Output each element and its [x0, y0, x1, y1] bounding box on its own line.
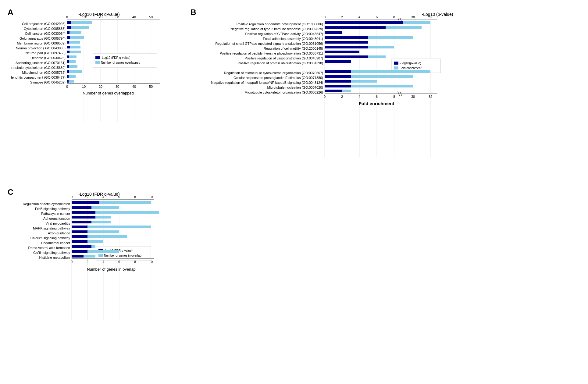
svg-rect-188 [72, 250, 87, 253]
svg-text:8: 8 [134, 260, 136, 264]
svg-text:50: 50 [149, 85, 153, 88]
svg-text:4: 4 [358, 15, 360, 19]
svg-text:0: 0 [71, 260, 73, 264]
svg-text:Cell projection (GO:0042995): Cell projection (GO:0042995) [22, 22, 66, 26]
svg-rect-45 [67, 70, 69, 73]
svg-text:Fold enrichment: Fold enrichment [400, 66, 422, 70]
svg-text:40: 40 [132, 15, 136, 19]
page: A -Log10 (FDR q-value) 0 10 20 30 40 50 [0, 0, 588, 384]
svg-text:8: 8 [134, 195, 136, 199]
svg-text:4: 4 [358, 95, 360, 98]
svg-text:Number of genes overlapped: Number of genes overlapped [101, 61, 140, 64]
chart-c: -Log10 (FDR q-value) 0 2 4 6 8 10 [11, 189, 169, 381]
svg-rect-98 [325, 46, 368, 48]
svg-rect-27 [67, 41, 69, 44]
bottom-row: C -Log10 (FDR q-value) 0 2 4 6 8 10 [6, 186, 582, 381]
svg-rect-184 [98, 254, 103, 257]
svg-rect-95 [325, 41, 368, 44]
chart-a: -Log10 (FDR q-value) 0 10 20 30 40 50 [11, 9, 169, 180]
svg-text:6: 6 [376, 15, 378, 19]
svg-text:Negative regulation of type 2 : Negative regulation of type 2 immune res… [230, 27, 323, 31]
panel-c: C -Log10 (FDR q-value) 0 2 4 6 8 10 [6, 186, 171, 381]
svg-text:Positive regulation of protein: Positive regulation of protein ubiquitin… [238, 61, 323, 65]
svg-text:GnRH signaling pathway: GnRH signaling pathway [33, 251, 70, 254]
svg-text:Regulation of actin cytoskelet: Regulation of actin cytoskeleton [23, 202, 70, 206]
svg-text:Cellular response to prostagla: Cellular response to prostaglandin E sti… [233, 76, 323, 80]
svg-rect-107 [325, 60, 351, 63]
svg-rect-180 [72, 245, 91, 248]
svg-text:Microtubule cytoskeleton organ: Microtubule cytoskeleton organization (G… [245, 91, 323, 94]
chart-b-title: -Log10 (p-value) [422, 12, 453, 17]
svg-text:4: 4 [102, 195, 104, 199]
svg-text:30: 30 [116, 85, 119, 88]
svg-rect-124 [325, 85, 351, 87]
svg-text:40: 40 [132, 85, 136, 88]
svg-rect-83 [325, 21, 403, 24]
svg-text:ErbB signaling pathway: ErbB signaling pathway [35, 207, 70, 211]
svg-text:Dendrite (GO:0030425): Dendrite (GO:0030425) [30, 56, 66, 60]
svg-text:Neuron projection ( GO:0043005: Neuron projection ( GO:0043005) [16, 46, 66, 50]
svg-rect-44 [67, 70, 82, 73]
svg-rect-162 [72, 216, 95, 219]
svg-text:Adherens junction: Adherens junction [43, 217, 70, 220]
svg-rect-21 [67, 31, 69, 34]
svg-text:Calcium signaling pathway: Calcium signaling pathway [30, 236, 70, 240]
svg-text:-Log10(p-value): -Log10(p-value) [400, 62, 421, 65]
svg-rect-86 [325, 26, 386, 29]
svg-rect-115 [325, 70, 351, 73]
svg-rect-92 [325, 36, 368, 39]
svg-rect-89 [325, 31, 342, 34]
svg-line-136 [398, 91, 400, 96]
svg-rect-48 [67, 75, 69, 78]
svg-text:10: 10 [149, 195, 153, 199]
svg-text:Viral myocarditis: Viral myocarditis [46, 222, 70, 225]
svg-rect-60 [95, 56, 100, 59]
svg-text:Axon guidance: Axon guidance [48, 231, 70, 235]
svg-rect-15 [67, 21, 71, 24]
svg-text:4: 4 [102, 260, 104, 264]
svg-rect-30 [67, 46, 70, 48]
svg-text:Synapse (GO:0045202): Synapse (GO:0045202) [30, 80, 66, 84]
svg-text:Number of genes in overlap: Number of genes in overlap [104, 254, 141, 257]
svg-text:50: 50 [149, 15, 153, 19]
svg-line-137 [400, 91, 402, 96]
svg-rect-101 [325, 51, 359, 53]
svg-text:2: 2 [87, 260, 88, 264]
svg-text:Negative regulation of I-kappa: Negative regulation of I-kappaB kinase/N… [211, 81, 323, 84]
svg-rect-39 [67, 60, 69, 63]
svg-rect-156 [72, 206, 91, 209]
panel-b-label: B [191, 8, 196, 17]
svg-text:2: 2 [87, 195, 88, 199]
svg-rect-109 [394, 62, 398, 65]
svg-text:0: 0 [66, 85, 68, 88]
svg-text:Golgi apparatus (GO:0005794): Golgi apparatus (GO:0005794) [20, 37, 66, 40]
svg-text:Cell junction (GO:0030054): Cell junction (GO:0030054) [25, 32, 66, 35]
svg-text:32: 32 [429, 15, 432, 19]
svg-text:Somatodendritic compartment (G: Somatodendritic compartment (GO:0036477) [11, 76, 66, 79]
svg-text:Regulation of microtubule cyto: Regulation of microtubule cytoskeleton o… [224, 71, 323, 75]
svg-text:Membrane region (GO:0098589): Membrane region (GO:0098589) [17, 41, 66, 45]
svg-text:20: 20 [99, 15, 102, 19]
svg-text:-Log10 (FDR q-value): -Log10 (FDR q-value) [101, 56, 130, 59]
svg-rect-51 [67, 80, 69, 83]
chart-a-x-label: Number of genes overlapped [83, 91, 134, 95]
panel-b: B -Log10 (p-value) 0 2 4 6 8 30 32 [189, 6, 582, 183]
svg-text:8: 8 [393, 15, 395, 19]
svg-rect-42 [67, 65, 69, 68]
svg-text:0: 0 [66, 15, 68, 19]
svg-text:6: 6 [118, 260, 120, 264]
svg-rect-104 [325, 55, 368, 58]
chart-b: -Log10 (p-value) 0 2 4 6 8 30 32 [194, 9, 575, 183]
chart-b-x-label: Fold enrichment [359, 101, 394, 106]
svg-text:Positive regulation of GTPase : Positive regulation of GTPase activity (… [245, 32, 323, 36]
svg-text:30: 30 [411, 95, 415, 98]
svg-rect-111 [394, 66, 398, 69]
svg-rect-36 [67, 55, 69, 58]
svg-text:30: 30 [411, 15, 415, 19]
svg-text:Focal adhesion assembly (GO:00: Focal adhesion assembly (GO:0048041) [263, 37, 323, 41]
svg-rect-127 [325, 90, 342, 92]
svg-rect-174 [72, 235, 87, 238]
svg-text:Histidine metabolism: Histidine metabolism [39, 256, 70, 259]
svg-rect-59 [93, 53, 157, 67]
svg-text:MAPK signaling pathway: MAPK signaling pathway [33, 226, 70, 230]
